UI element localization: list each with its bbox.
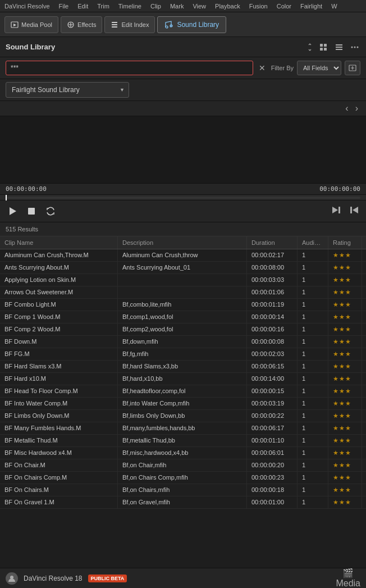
playhead-row[interactable] — [0, 195, 366, 200]
loop-button[interactable] — [44, 204, 57, 218]
col-header-name: Clip Name — [0, 236, 118, 249]
svg-point-16 — [357, 46, 359, 48]
table-cell-0: BF On Chair.M — [0, 459, 118, 471]
col-header-audio: Audio Ch — [298, 236, 328, 249]
skip-back-button[interactable] — [348, 204, 360, 218]
table-cell-4: ★★★ — [328, 323, 362, 335]
table-row[interactable]: BF Misc Hardwood x4.MBf,misc,hardwood,x4… — [0, 447, 366, 459]
table-cell-3: 1 — [298, 484, 328, 496]
menu-timeline[interactable]: Timeline — [118, 3, 141, 10]
list-icon — [335, 43, 344, 52]
table-row[interactable]: BF On Chairs.MBf,on Chairs,mfih00:00:00:… — [0, 484, 366, 496]
table-row[interactable]: BF FG.MBf,fg,mfih00:00:02:031★★★ — [0, 348, 366, 361]
menu-mark[interactable]: Mark — [170, 3, 184, 10]
preview-nav: ‹ › — [0, 101, 366, 116]
effects-button[interactable]: Effects — [61, 16, 102, 33]
skip-forward-button[interactable] — [330, 204, 342, 218]
menu-playback[interactable]: Playback — [215, 3, 240, 10]
table-row[interactable]: Aluminum Can Crush,Throw.MAluminum Can C… — [0, 249, 366, 262]
table-cell-0: BF Comp 2 Wood.M — [0, 323, 118, 335]
more-options-button[interactable] — [349, 42, 360, 53]
playhead-track[interactable] — [6, 197, 360, 199]
search-input[interactable] — [6, 61, 253, 75]
table-cell-3: 1 — [298, 385, 328, 397]
grid-icon — [319, 43, 328, 52]
waveform-svg — [0, 116, 366, 183]
table-row[interactable]: Applying Lotion on Skin.M00:00:03:031★★★ — [0, 274, 366, 286]
grid-view-button[interactable] — [318, 42, 329, 53]
export-button[interactable] — [345, 61, 360, 75]
table-row[interactable]: Ants Scurrying About.MAnts Scurrying Abo… — [0, 262, 366, 274]
table-cell-3: 1 — [298, 373, 328, 385]
table-cell-2: 00:00:00:08 — [247, 336, 298, 348]
table-row[interactable]: BF Limbs Only Down.MBf,limbs Only Down,b… — [0, 410, 366, 422]
table-cell-2: 00:00:00:15 — [247, 385, 298, 397]
menu-davinci[interactable]: DaVinci Resolve — [4, 3, 50, 10]
play-button[interactable] — [6, 204, 19, 218]
table-row[interactable]: Arrows Out Sweetener.M00:00:01:061★★★ — [0, 286, 366, 299]
table-row[interactable]: BF Down.MBf,down,mfih00:00:00:081★★★ — [0, 336, 366, 348]
skip-forward-icon — [331, 205, 341, 215]
edit-index-button[interactable]: Edit Index — [104, 16, 155, 33]
table-cell-0: BF Head To Floor Comp.M — [0, 385, 118, 397]
table-row[interactable]: BF Into Water Comp.MBf,into Water Comp,m… — [0, 398, 366, 410]
next-arrow-button[interactable]: › — [353, 103, 360, 113]
table-row[interactable]: BF Comp 2 Wood.MBf,comp2,wood,fol00:00:0… — [0, 323, 366, 336]
menu-clip[interactable]: Clip — [150, 3, 161, 10]
stop-button[interactable] — [25, 204, 38, 218]
table-cell-0: BF Metallic Thud.M — [0, 435, 118, 446]
media-icon-button[interactable]: 🎬 Media — [336, 568, 360, 588]
menu-fairlight[interactable]: Fairlight — [300, 3, 322, 10]
table-cell-0: BF Hard x10.M — [0, 373, 118, 385]
menu-file[interactable]: File — [59, 3, 69, 10]
results-row: 515 Results — [0, 222, 366, 236]
table-row[interactable]: BF Metallic Thud.MBf,metallic Thud,bb00:… — [0, 435, 366, 447]
table-cell-1: Bf,combo,lite,mfih — [118, 299, 247, 311]
table-cell-4: ★★★ — [328, 410, 362, 422]
library-select[interactable]: Fairlight Sound Library — [6, 82, 129, 98]
table-row[interactable]: BF On Chairs Comp.MBf,on Chairs Comp,mfi… — [0, 472, 366, 484]
table-cell-2: 00:00:00:16 — [247, 323, 298, 335]
sound-library-button[interactable]: Sound Library — [157, 16, 226, 33]
table-cell-1: Bf,limbs Only Down,bb — [118, 410, 247, 422]
table-row[interactable]: BF Head To Floor Comp.MBf,headtofloor,co… — [0, 385, 366, 398]
table-cell-2: 00:00:01:10 — [247, 435, 298, 446]
table-row[interactable]: BF Many Fumbles Hands.MBf,many,fumbles,h… — [0, 422, 366, 435]
col-header-duration: Duration — [247, 236, 298, 249]
menu-edit[interactable]: Edit — [77, 3, 88, 10]
table-cell-3: 1 — [298, 348, 328, 360]
menu-w[interactable]: W — [331, 3, 337, 10]
menu-color[interactable]: Color — [277, 3, 291, 10]
list-view-button[interactable] — [333, 42, 345, 53]
svg-marker-21 — [332, 207, 338, 213]
table-row[interactable]: BF On Chair.MBf,on Chair,mfih00:00:00:20… — [0, 459, 366, 472]
table-cell-2: 00:00:00:20 — [247, 459, 298, 471]
svg-rect-2 — [112, 22, 117, 23]
table-row[interactable]: BF Hard x10.MBf,hard,x10,bb00:00:14:001★… — [0, 373, 366, 385]
menu-trim[interactable]: Trim — [97, 3, 109, 10]
menu-fusion[interactable]: Fusion — [249, 3, 268, 10]
svg-rect-22 — [338, 207, 340, 213]
table-cell-1: Bf,headtofloor,comp,fol — [118, 385, 247, 397]
table-cell-1: Bf,fg,mfih — [118, 348, 247, 360]
search-clear-button[interactable]: ✕ — [257, 63, 268, 72]
prev-arrow-button[interactable]: ‹ — [343, 103, 350, 113]
media-icon: 🎬 — [342, 568, 354, 578]
table-cell-0: BF Misc Hardwood x4.M — [0, 447, 118, 459]
table-cell-2: 00:00:01:00 — [247, 496, 298, 508]
table-cell-1: Bf,on Gravel,mfih — [118, 496, 247, 508]
export-icon — [349, 64, 356, 72]
table-row[interactable]: BF On Gravel 1.MBf,on Gravel,mfih00:00:0… — [0, 496, 366, 509]
table-row[interactable]: BF Hard Slams x3.MBf,hard Slams,x3,bb00:… — [0, 361, 366, 373]
media-pool-button[interactable]: Media Pool — [4, 16, 58, 33]
table-cell-3: 1 — [298, 336, 328, 348]
svg-marker-23 — [353, 207, 358, 213]
table-row[interactable]: BF Comp 1 Wood.MBf,comp1,wood,fol00:00:0… — [0, 311, 366, 323]
table-cell-0: BF On Gravel 1.M — [0, 496, 118, 508]
stop-icon — [26, 206, 37, 217]
menu-view[interactable]: View — [193, 3, 206, 10]
table-row[interactable]: BF Combo Light.MBf,combo,lite,mfih00:00:… — [0, 299, 366, 311]
table-cell-2: 00:00:08:00 — [247, 262, 298, 274]
filter-select[interactable]: All Fields — [297, 61, 341, 75]
sort-icon-button[interactable] — [302, 42, 313, 53]
